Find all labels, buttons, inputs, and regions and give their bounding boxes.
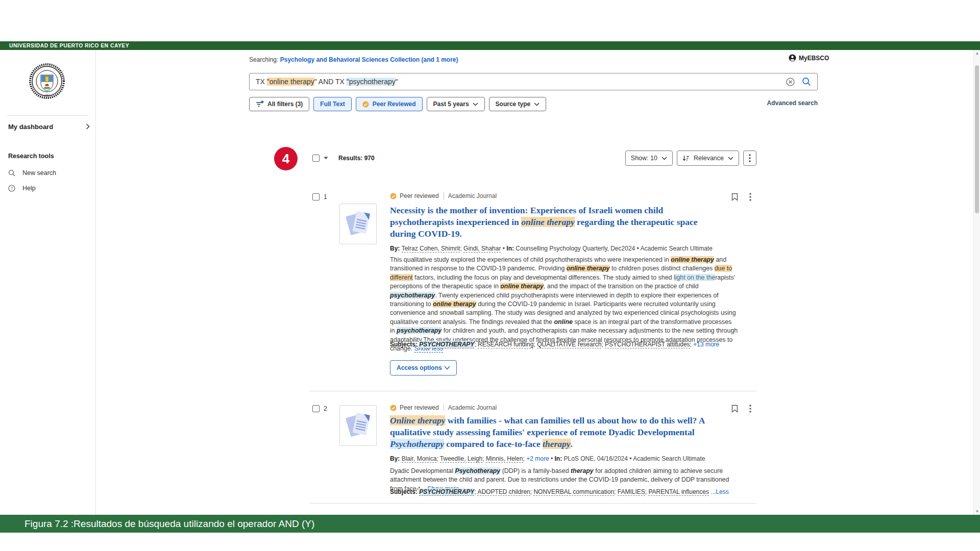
document-icon (344, 410, 373, 441)
help-label: Help (22, 185, 36, 192)
peer-reviewed-check-icon (362, 101, 369, 108)
results-toolbar: 4 Results: 970 Show: 10 Relevance (309, 151, 756, 168)
all-filters-button[interactable]: All filters (3) (249, 97, 309, 111)
kebab-icon[interactable] (749, 405, 751, 413)
kebab-icon[interactable] (749, 193, 751, 201)
result-2-title-link[interactable]: Online therapy with families - what can … (390, 415, 719, 450)
caption-bar: Figura 7.2 :Resultados de búsqueda utili… (0, 515, 980, 533)
result-1-checkbox[interactable] (312, 193, 320, 201)
sidebar-item-new-search[interactable]: New search (8, 169, 56, 177)
chevron-down-icon (662, 157, 667, 160)
chevron-right-icon (86, 123, 90, 130)
myebsco-label: MyEBSCO (799, 55, 829, 62)
past-5-years-dropdown[interactable]: Past 5 years (427, 97, 485, 111)
sort-icon (682, 155, 690, 162)
result-2-number: 2 (324, 405, 327, 412)
select-all-caret-icon[interactable] (324, 157, 328, 160)
past-5-years-label: Past 5 years (433, 101, 469, 108)
search-icon (8, 169, 15, 177)
result-card-1: 1 Peer reviewed Academic (309, 191, 756, 391)
filter-row: All filters (3) Full Text Peer Reviewed … (249, 97, 546, 111)
sidebar-item-my-dashboard[interactable]: My dashboard (8, 121, 90, 132)
access-options-button[interactable]: Access options (390, 360, 457, 375)
chevron-down-icon (534, 103, 540, 106)
result-2-subjects: Subjects: PSYCHOTHERAPY; ADOPTED childre… (390, 488, 742, 495)
result-1-abstract: This qualitative study explored the expe… (390, 256, 738, 353)
scroll-down-icon[interactable]: ▼ (974, 509, 980, 514)
help-icon: ? (8, 185, 15, 192)
access-options-label: Access options (397, 364, 442, 371)
select-all-checkbox[interactable] (312, 155, 320, 162)
new-search-label: New search (22, 169, 56, 177)
university-logo: 1967 (29, 61, 65, 103)
searching-label: Searching: (249, 56, 278, 63)
figure-caption: Figura 7.2 :Resultados de búsqueda utili… (24, 518, 314, 529)
searching-line: Searching: Psychology and Behavioral Sci… (249, 56, 458, 63)
sidebar-divider (7, 115, 89, 116)
annotation-badge-4: 4 (274, 147, 298, 170)
main-content: Searching: Psychology and Behavioral Sci… (96, 50, 974, 515)
results-kebab-button[interactable] (743, 151, 756, 166)
scroll-up-icon[interactable]: ▲ (974, 51, 980, 56)
result-1-title-link[interactable]: Necessity is the mother of invention: Ex… (390, 205, 719, 240)
show-per-page-label: Show: 10 (631, 155, 657, 162)
result-2-byline: By: Blair, Monica; Tweedlie, Leigh; Minn… (390, 455, 742, 462)
sidebar-item-help[interactable]: ? Help (8, 185, 36, 192)
search-submit-icon[interactable] (802, 77, 811, 86)
svg-text:?: ? (11, 186, 13, 191)
peer-reviewed-icon (390, 193, 397, 199)
result-1-byline: By: Telraz Cohen, Shimrit; Gindi, Shahar… (390, 245, 742, 252)
full-text-label: Full Text (320, 101, 345, 108)
result-1-badges: Peer reviewed Academic Journal (390, 192, 497, 199)
university-banner-title: UNIVERSIDAD DE PUERTO RICO EN CAYEY (9, 42, 129, 48)
research-tools-heading: Research tools (8, 153, 54, 160)
person-icon (789, 54, 796, 62)
svg-text:1967: 1967 (44, 94, 50, 97)
source-type-label: Academic Journal (444, 404, 497, 411)
chevron-down-icon (728, 157, 733, 160)
my-dashboard-label: My dashboard (8, 123, 53, 131)
filter-sliders-icon (256, 101, 264, 108)
result-1-subjects: Subjects: PSYCHOTHERAPY; RESEARCH fundin… (390, 341, 742, 348)
peer-reviewed-filter-button[interactable]: Peer Reviewed (356, 97, 423, 111)
peer-reviewed-filter-label: Peer Reviewed (373, 101, 416, 108)
search-input[interactable]: TX "online therapy" AND TX "psychotherap… (249, 73, 818, 90)
peer-reviewed-label: Peer reviewed (400, 404, 439, 411)
result-1-number: 1 (324, 193, 327, 201)
bookmark-icon[interactable] (731, 193, 738, 201)
bookmark-icon[interactable] (731, 405, 738, 413)
full-text-filter-button[interactable]: Full Text (313, 97, 351, 111)
result-2-badges: Peer reviewed Academic Journal (390, 404, 497, 411)
university-banner: UNIVERSIDAD DE PUERTO RICO EN CAYEY (0, 41, 980, 50)
kebab-icon (749, 154, 751, 162)
clear-search-icon[interactable] (786, 78, 795, 86)
result-2-thumbnail[interactable] (339, 405, 377, 446)
result-1-thumbnail[interactable] (339, 204, 377, 244)
sort-label: Relevance (694, 155, 724, 162)
source-type-label: Academic Journal (444, 192, 497, 199)
advanced-search-link[interactable]: Advanced search (767, 99, 818, 107)
myebsco-button[interactable]: MyEBSCO (789, 54, 829, 62)
show-per-page-dropdown[interactable]: Show: 10 (625, 151, 673, 166)
search-query-text: TX "online therapy" AND TX "psychotherap… (256, 78, 786, 86)
source-type-filter-label: Source type (496, 101, 531, 108)
result-card-2: 2 Peer reviewed Academic (309, 403, 756, 504)
document-icon (344, 208, 373, 240)
chevron-down-icon (473, 103, 478, 106)
chevron-down-icon (444, 366, 450, 370)
peer-reviewed-label: Peer reviewed (400, 192, 439, 199)
sort-dropdown[interactable]: Relevance (677, 151, 739, 166)
results-count: Results: 970 (338, 155, 375, 162)
result-2-checkbox[interactable] (312, 405, 320, 412)
ebsco-search-results-page: UNIVERSIDAD DE PUERTO RICO EN CAYEY 1967… (0, 0, 980, 551)
peer-reviewed-icon (390, 405, 397, 411)
vertical-scrollbar[interactable]: ▲ ▼ (973, 50, 980, 515)
source-type-dropdown[interactable]: Source type (489, 97, 547, 111)
sidebar: 1967 My dashboard Research tools New sea… (0, 50, 96, 515)
collection-link[interactable]: Psychology and Behavioral Sciences Colle… (280, 56, 458, 63)
scrollbar-thumb[interactable] (975, 65, 979, 213)
all-filters-label: All filters (3) (267, 101, 303, 108)
